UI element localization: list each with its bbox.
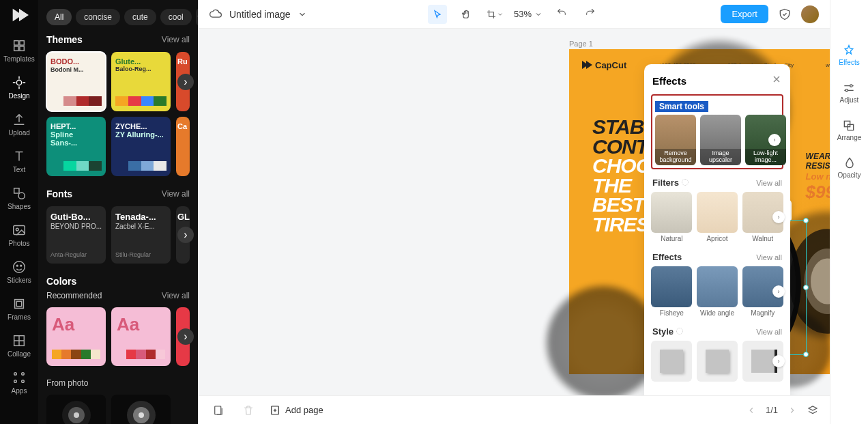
- chevron-down-icon[interactable]: [298, 10, 307, 19]
- fonts-scroll-right[interactable]: ›: [177, 227, 194, 243]
- photo-card[interactable]: [46, 395, 106, 424]
- themes-scroll-right[interactable]: ›: [177, 74, 194, 90]
- colors-rec-title: Recommended: [46, 291, 102, 300]
- colors-title: Colors: [46, 276, 76, 287]
- rr-effects[interactable]: Effects: [839, 44, 859, 66]
- nav-templates[interactable]: Templates: [3, 33, 35, 68]
- left-nav-rail: Templates Design Upload Text Shapes Phot…: [0, 0, 38, 424]
- fonts-section: FontsView all Guti-Bo...BEYOND PRO...Ant…: [46, 188, 190, 264]
- export-button[interactable]: Export: [721, 5, 768, 23]
- nav-shapes[interactable]: Shapes: [3, 180, 35, 216]
- colors-scroll-right[interactable]: ›: [177, 328, 194, 345]
- effects-viewall[interactable]: View all: [756, 253, 782, 262]
- nav-design[interactable]: Design: [3, 70, 35, 105]
- nav-photos[interactable]: Photos: [3, 217, 35, 253]
- fonts-viewall[interactable]: View all: [162, 189, 190, 199]
- svg-rect-13: [16, 301, 21, 306]
- rr-opacity[interactable]: Opacity: [838, 156, 861, 179]
- filters-viewall[interactable]: View all: [756, 179, 782, 187]
- photo-card[interactable]: [111, 395, 171, 424]
- prev-page[interactable]: [747, 406, 756, 415]
- pages-panel-button[interactable]: [209, 401, 228, 420]
- style-viewall[interactable]: View all: [756, 328, 782, 336]
- delete-page-button[interactable]: [239, 401, 258, 420]
- themes-section: ThemesView all BODO...Bodoni M... Glute.…: [46, 34, 190, 176]
- undo-button[interactable]: [552, 5, 571, 24]
- filter-chips: All concise cute cool: [38, 0, 198, 34]
- svg-rect-12: [15, 300, 24, 309]
- zoom-level[interactable]: 53%: [514, 9, 542, 19]
- nav-text[interactable]: Text: [3, 143, 35, 179]
- theme-card[interactable]: ZYCHE...ZY Alluring-...: [111, 117, 171, 176]
- filters-title: Filters: [652, 178, 689, 188]
- chip-all[interactable]: All: [46, 9, 72, 25]
- bg-tire-2: [786, 220, 830, 343]
- svg-point-4: [16, 80, 21, 85]
- rr-arrange[interactable]: Arrange: [837, 119, 862, 141]
- theme-card[interactable]: Glute...Baloo-Reg...: [111, 52, 171, 111]
- add-page-button[interactable]: Add page: [269, 404, 323, 416]
- smart-tools-scroll[interactable]: ›: [768, 134, 781, 146]
- app-logo[interactable]: [10, 5, 29, 25]
- colors-section: Colors RecommendedView all Aa Aa ›: [46, 276, 190, 366]
- smart-tool-remove-bg[interactable]: Remove background: [655, 115, 696, 165]
- filters-scroll[interactable]: ›: [772, 211, 785, 223]
- close-icon[interactable]: [771, 74, 782, 87]
- svg-point-16: [22, 373, 25, 376]
- filter-apricot[interactable]: Apricot: [697, 192, 738, 242]
- canvas[interactable]: Page 1 CapCut +123-456-7890 123 Anywhere…: [198, 29, 830, 395]
- style-scroll[interactable]: ›: [772, 355, 785, 367]
- svg-rect-38: [215, 406, 221, 414]
- bottombar: Add page 1/1: [198, 395, 830, 424]
- shield-icon[interactable]: [778, 8, 792, 21]
- effects-panel: Effects Smart tools Remove background Im…: [644, 64, 790, 395]
- chip-concise[interactable]: concise: [76, 9, 120, 25]
- next-page[interactable]: [787, 406, 797, 415]
- effect-wideangle[interactable]: Wide angle: [697, 266, 738, 317]
- theme-card[interactable]: Ca: [176, 117, 190, 176]
- nav-upload[interactable]: Upload: [3, 107, 35, 142]
- nav-stickers[interactable]: Stickers: [3, 254, 35, 289]
- effect-fisheye[interactable]: Fisheye: [651, 266, 693, 317]
- poster-sidetext: WEAR RESISTANT Low noise $99NOW: [806, 152, 830, 203]
- chip-cute[interactable]: cute: [124, 9, 156, 25]
- redo-button[interactable]: [581, 5, 600, 24]
- nav-frames[interactable]: Frames: [3, 291, 35, 326]
- rr-adjust[interactable]: Adjust: [840, 81, 859, 104]
- crop-tool[interactable]: [485, 5, 504, 24]
- svg-point-21: [74, 412, 79, 418]
- chip-cool[interactable]: cool: [160, 9, 192, 25]
- smart-tool-upscaler[interactable]: Image upscaler: [700, 115, 741, 165]
- svg-rect-5: [14, 188, 19, 193]
- filter-natural[interactable]: Natural: [651, 192, 693, 242]
- font-card[interactable]: Guti-Bo...BEYOND PRO...Anta-Regular: [46, 206, 106, 264]
- style-preset[interactable]: [697, 341, 738, 382]
- theme-card[interactable]: HEPT...Spline Sans-...: [46, 117, 106, 176]
- svg-point-6: [18, 193, 25, 199]
- themes-viewall[interactable]: View all: [162, 35, 190, 44]
- user-avatar[interactable]: [801, 5, 819, 23]
- theme-card[interactable]: BODO...Bodoni M...: [46, 52, 106, 111]
- svg-point-41: [845, 89, 848, 91]
- cloud-icon[interactable]: [209, 8, 222, 21]
- hand-tool[interactable]: [457, 5, 476, 24]
- right-tool-rail: Effects Adjust Arrange Opacity: [830, 0, 868, 424]
- style-title: Style: [652, 326, 683, 337]
- effects-scroll[interactable]: ›: [772, 285, 785, 298]
- font-card[interactable]: Tenada-...Zacbel X-E...Stilu-Regular: [111, 206, 171, 264]
- main-area: Untitled image 53% Export Page 1 CapCut: [198, 0, 830, 424]
- color-card[interactable]: Aa: [111, 307, 171, 366]
- page-label: Page 1: [569, 40, 593, 48]
- svg-point-11: [20, 265, 22, 266]
- nav-collage[interactable]: Collage: [3, 328, 35, 363]
- capcut-logo: CapCut: [580, 59, 626, 71]
- layers-icon[interactable]: [807, 404, 819, 416]
- nav-apps[interactable]: Apps: [3, 365, 35, 400]
- svg-point-17: [14, 380, 17, 383]
- colors-viewall[interactable]: View all: [162, 291, 190, 300]
- cursor-tool[interactable]: [428, 5, 447, 24]
- smart-tools-highlight: Smart tools Remove background Image upsc…: [651, 94, 783, 169]
- style-preset[interactable]: [651, 341, 693, 382]
- doc-title[interactable]: Untitled image: [229, 9, 291, 20]
- color-card[interactable]: Aa: [46, 307, 106, 366]
